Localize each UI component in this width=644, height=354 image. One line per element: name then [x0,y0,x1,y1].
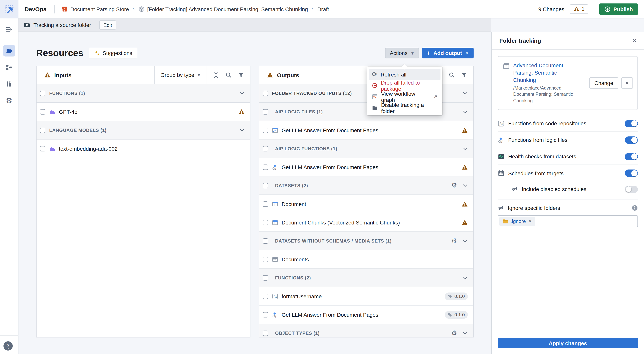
toggle-health-checks[interactable] [625,153,638,160]
resource-row[interactable]: text-embedding-ada-002 [36,139,250,158]
chevron-down-icon[interactable] [462,330,468,336]
group-row[interactable]: DATASETS WITHOUT SCHEMAS / MEDIA SETS (1… [259,232,473,250]
gear-icon[interactable]: ⚙ [451,238,457,244]
chevron-down-icon[interactable] [462,109,468,114]
group-row[interactable]: DATASETS (2) ⚙ [259,176,473,195]
group-row[interactable]: FUNCTIONS (1) [36,84,250,103]
sidebar-menu-button[interactable] [3,23,15,35]
search-button[interactable] [448,72,455,78]
package-link[interactable]: Advanced Document Parsing: Semantic Chun… [513,62,574,84]
ignore-folders-label: Ignore specific folders [508,205,560,211]
row-checkbox[interactable] [263,164,268,170]
gear-icon[interactable]: ⚙ [451,330,457,336]
change-button[interactable]: Change [589,77,618,89]
collapse-all-button[interactable] [213,72,219,78]
chevron-down-icon[interactable] [239,90,245,96]
publish-button[interactable]: Publish [600,3,638,15]
page-title: Resources [36,48,83,58]
gear-icon[interactable]: ⚙ [451,182,457,189]
group-row[interactable]: AIP LOGIC FUNCTIONS (1) [259,139,473,158]
row-checkbox[interactable] [40,90,46,96]
chevron-down-icon[interactable] [462,146,468,151]
ignored-folder-chip[interactable]: .ignore ✕ [499,217,535,226]
resource-row[interactable]: Document [259,195,473,213]
row-checkbox[interactable] [263,220,268,225]
chevron-down-icon[interactable] [462,90,468,96]
row-checkbox[interactable] [40,127,46,133]
close-icon[interactable]: ✕ [632,37,637,44]
resource-row[interactable]: GPT-4o [36,103,250,121]
sidebar-item-files[interactable] [3,45,15,56]
breadcrumb-draft[interactable]: Draft [318,6,329,12]
resource-row[interactable]: ƒ Get LLM Answer From Document Pages [259,158,473,176]
chevron-down-icon[interactable] [239,127,245,133]
row-checkbox[interactable] [263,109,268,114]
group-row[interactable]: LANGUAGE MODELS (1) [36,121,250,139]
sidebar-item-settings[interactable]: ⚙ [3,94,15,106]
row-checkbox[interactable] [263,238,268,244]
chevron-down-icon[interactable] [462,238,468,244]
code-function-icon: ƒx [498,120,504,127]
chevron-down-icon[interactable] [462,275,468,280]
filter-button[interactable] [461,72,467,78]
row-checkbox[interactable] [40,146,46,151]
resource-row[interactable]: Document Chunks (Vectorized Semantic Chu… [259,213,473,232]
topbar-divider [54,5,54,13]
toggle-schedules[interactable] [625,169,638,177]
row-checkbox[interactable] [263,330,268,336]
row-checkbox[interactable] [263,90,268,96]
eye-off-icon [512,186,518,192]
dataset-icon [272,201,278,207]
sidebar-item-library[interactable] [3,78,15,89]
row-checkbox[interactable] [263,312,268,317]
info-icon[interactable] [632,205,638,211]
toggle-functions-logic-files[interactable] [625,136,638,144]
menu-item-refresh-all[interactable]: ⟳ Refresh all [369,69,440,80]
suggestions-button[interactable]: Suggestions [89,48,137,58]
svg-text:ƒx: ƒx [499,121,503,126]
menu-item-view-workflow-graph[interactable]: View workflow graph ↗ [369,91,440,102]
ignore-folders-input[interactable]: .ignore ✕ [498,215,638,227]
group-by-dropdown[interactable]: Group by type ▼ [154,66,206,84]
toggle-functions-code-repos[interactable] [625,120,638,127]
actions-button[interactable]: Actions ▼ [385,48,419,58]
external-link-icon: ↗ [433,94,438,99]
add-output-button[interactable]: + Add output ▼ [422,48,474,58]
filter-button[interactable] [238,72,244,78]
sidebar-item-workflow[interactable] [3,61,15,73]
breadcrumb-store[interactable]: Document Parsing Store [61,6,129,12]
chevron-down-icon[interactable] [462,183,468,188]
breadcrumb-separator: › [311,6,314,12]
remove-chip-icon[interactable]: ✕ [528,219,532,224]
row-checkbox[interactable] [263,257,268,262]
resource-row[interactable]: Get LLM Answer From Document Pages [259,121,473,139]
resource-row[interactable]: ƒx formatUsername 0.1.0 [259,287,473,306]
app-logo[interactable] [0,0,18,18]
row-checkbox[interactable] [263,201,268,207]
search-button[interactable] [226,72,232,78]
toggle-include-disabled-schedules[interactable] [625,185,638,193]
menu-item-drop-all-failed[interactable]: Drop all failed to package [369,80,440,91]
group-row[interactable]: OBJECT TYPES (1) ⚙ [259,324,473,338]
menu-item-disable-tracking[interactable]: Disable tracking a folder [369,102,440,113]
resource-row[interactable]: Documents [259,250,473,269]
row-checkbox[interactable] [40,109,46,114]
changes-count[interactable]: 9 Changes [538,6,564,12]
apply-changes-button[interactable]: Apply changes [498,338,638,348]
row-checkbox[interactable] [263,294,268,299]
resource-row[interactable]: ƒ Get LLM Answer From Document Pages 0.1… [259,306,473,324]
breadcrumb-separator: › [132,6,135,12]
row-checkbox[interactable] [263,183,268,188]
help-button[interactable]: ? [3,341,13,351]
row-checkbox[interactable] [263,146,268,151]
toggle-row: Schedules from targets [498,165,638,181]
remove-package-button[interactable]: ✕ [621,77,633,89]
edit-button[interactable]: Edit [99,20,116,29]
svg-text:?: ? [6,343,10,348]
warning-icon [462,164,468,170]
group-row[interactable]: FUNCTIONS (2) [259,269,473,287]
warning-badge[interactable]: 1 [570,4,588,14]
row-checkbox[interactable] [263,275,268,280]
row-checkbox[interactable] [263,127,268,133]
breadcrumb-package[interactable]: [Folder Tracking] Advanced Document Pars… [138,6,308,12]
